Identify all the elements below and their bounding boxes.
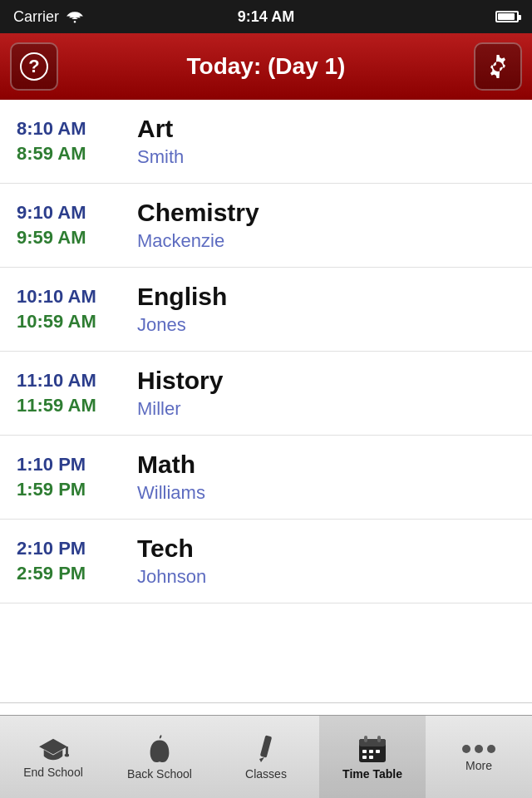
class-teacher: Johnson [137, 566, 206, 588]
status-time: 9:14 AM [238, 8, 294, 26]
tab-end-school[interactable]: End School [0, 716, 106, 798]
pencil-icon [253, 734, 279, 764]
class-start-time: 10:10 AM [17, 286, 137, 308]
class-subject: Tech [137, 534, 206, 563]
graduation-icon [37, 736, 69, 762]
gear-icon [483, 52, 513, 81]
svg-rect-14 [362, 756, 367, 759]
class-start-time: 11:10 AM [17, 370, 137, 392]
svg-point-18 [487, 745, 495, 753]
svg-point-17 [475, 745, 483, 753]
time-block: 11:10 AM 11:59 AM [17, 370, 137, 416]
tab-end-school-label: End School [23, 766, 83, 779]
class-info: English Jones [137, 283, 227, 336]
class-row[interactable]: 10:10 AM 10:59 AM English Jones [0, 268, 532, 352]
svg-rect-15 [369, 756, 373, 759]
class-end-time: 9:59 AM [17, 227, 137, 249]
tab-time-table[interactable]: Time Table [319, 716, 426, 798]
class-subject: Art [137, 115, 184, 143]
svg-rect-8 [359, 739, 386, 746]
class-subject: History [137, 367, 223, 395]
class-start-time: 2:10 PM [17, 538, 137, 559]
settings-button[interactable] [474, 42, 522, 91]
class-subject: Math [137, 451, 205, 479]
class-info: Tech Johnson [137, 534, 206, 588]
svg-rect-9 [364, 736, 367, 742]
class-row[interactable]: 9:10 AM 9:59 AM Chemistry Mackenzie [0, 184, 532, 268]
class-info: Art Smith [137, 115, 184, 168]
time-block: 10:10 AM 10:59 AM [17, 286, 137, 332]
tab-more[interactable]: More [426, 716, 532, 798]
tab-more-label: More [466, 759, 492, 772]
svg-marker-2 [39, 738, 67, 754]
help-button[interactable]: ? [10, 42, 58, 91]
wifi-icon [66, 10, 84, 23]
class-row[interactable]: 1:10 PM 1:59 PM Math Williams [0, 436, 532, 520]
tab-classes-label: Classes [245, 767, 287, 781]
class-subject: Chemistry [137, 199, 259, 227]
class-end-time: 11:59 AM [17, 395, 137, 416]
svg-point-16 [462, 745, 470, 753]
class-subject: English [137, 283, 227, 311]
class-end-time: 8:59 AM [17, 143, 137, 165]
time-block: 1:10 PM 1:59 PM [17, 454, 137, 500]
class-teacher: Miller [137, 398, 223, 420]
tab-back-school[interactable]: Back School [106, 716, 213, 798]
svg-point-4 [65, 753, 69, 756]
class-start-time: 9:10 AM [17, 202, 137, 224]
class-row[interactable]: 2:10 PM 2:59 PM Tech Johnson [0, 520, 532, 603]
svg-rect-12 [369, 750, 373, 753]
class-teacher: Williams [137, 482, 205, 504]
app-header: ? Today: (Day 1) [0, 33, 532, 100]
tab-classes[interactable]: Classes [213, 716, 319, 798]
svg-rect-13 [376, 750, 380, 753]
carrier-label: Carrier [13, 8, 59, 26]
class-info: Math Williams [137, 451, 205, 504]
class-start-time: 8:10 AM [17, 118, 137, 140]
tab-bar: End School Back School Classes [0, 715, 532, 798]
calendar-icon [357, 734, 387, 764]
svg-rect-5 [260, 735, 272, 757]
class-start-time: 1:10 PM [17, 454, 137, 475]
tab-time-table-label: Time Table [342, 767, 402, 781]
time-block: 9:10 AM 9:59 AM [17, 202, 137, 249]
class-end-time: 1:59 PM [17, 479, 137, 500]
svg-rect-11 [362, 750, 367, 753]
svg-rect-10 [377, 736, 381, 742]
class-teacher: Jones [137, 314, 227, 336]
tab-back-school-label: Back School [127, 767, 192, 781]
status-bar: Carrier 9:14 AM [0, 0, 532, 33]
class-end-time: 2:59 PM [17, 563, 137, 584]
svg-text:?: ? [28, 56, 39, 76]
svg-rect-3 [66, 746, 68, 754]
svg-marker-6 [259, 757, 264, 762]
battery-icon [495, 11, 519, 22]
more-dots-icon [461, 742, 496, 756]
class-end-time: 10:59 AM [17, 311, 137, 332]
class-row[interactable]: 8:10 AM 8:59 AM Art Smith [0, 100, 532, 184]
class-list: 8:10 AM 8:59 AM Art Smith 9:10 AM 9:59 A… [0, 100, 532, 603]
apple-icon [145, 734, 174, 764]
class-teacher: Smith [137, 146, 184, 168]
time-block: 2:10 PM 2:59 PM [17, 538, 137, 584]
class-info: History Miller [137, 367, 223, 420]
class-info: Chemistry Mackenzie [137, 199, 259, 252]
time-block: 8:10 AM 8:59 AM [17, 118, 137, 165]
class-teacher: Mackenzie [137, 230, 259, 252]
class-row[interactable]: 11:10 AM 11:59 AM History Miller [0, 352, 532, 436]
empty-area [0, 603, 532, 703]
help-icon: ? [19, 52, 49, 81]
page-title: Today: (Day 1) [187, 53, 346, 80]
